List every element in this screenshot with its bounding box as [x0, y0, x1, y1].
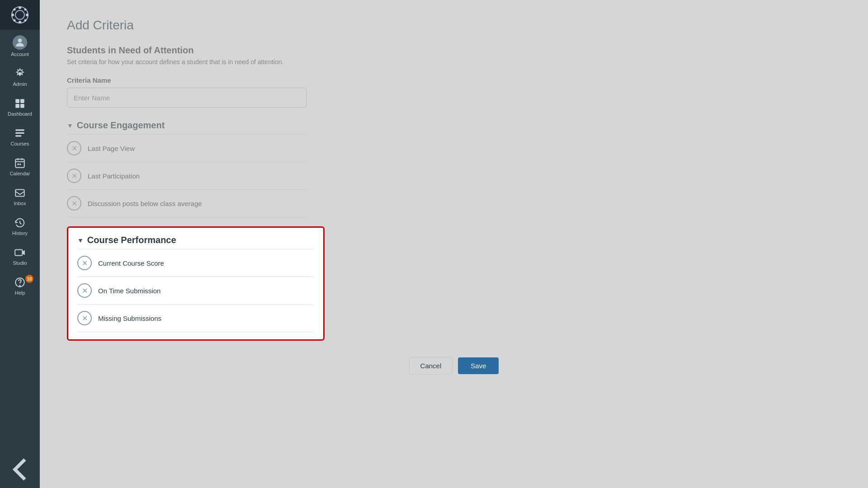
inbox-icon — [14, 187, 26, 199]
course-performance-section: ▼ Course Performance ✕ Current Course Sc… — [67, 226, 325, 341]
svg-point-6 — [14, 9, 16, 11]
action-buttons: Cancel Save — [67, 350, 841, 379]
course-engagement-section: ▼ Course Engagement ✕ Last Page View ✕ L… — [67, 120, 307, 217]
svg-point-10 — [18, 38, 22, 42]
cancel-button[interactable]: Cancel — [409, 357, 453, 375]
criteria-row: ✕ Current Course Score — [77, 249, 314, 277]
sidebar-item-dashboard[interactable]: Dashboard — [0, 92, 40, 122]
section-title: Students in Need of Attention — [67, 45, 841, 56]
criteria-item-label: On Time Submission — [98, 287, 160, 295]
svg-rect-16 — [15, 129, 24, 131]
remove-on-time-submission-button[interactable]: ✕ — [77, 283, 92, 298]
sidebar-item-inbox[interactable]: Inbox — [0, 182, 40, 211]
sidebar-item-label: Courses — [11, 141, 29, 146]
svg-rect-18 — [15, 135, 21, 136]
criteria-item-label: Discussion posts below class average — [88, 200, 202, 207]
criteria-item-label: Current Course Score — [98, 259, 164, 267]
remove-last-participation-button[interactable]: ✕ — [67, 169, 81, 183]
svg-rect-13 — [20, 99, 24, 103]
logo-icon — [11, 6, 29, 24]
sidebar-item-label: History — [12, 230, 28, 236]
criteria-item-label: Last Participation — [88, 172, 140, 180]
remove-last-page-view-button[interactable]: ✕ — [67, 141, 81, 155]
sidebar-item-history[interactable]: History — [0, 211, 40, 241]
collapse-arrow-icon[interactable] — [0, 458, 40, 481]
remove-missing-submissions-button[interactable]: ✕ — [77, 311, 92, 325]
svg-rect-25 — [15, 189, 24, 196]
course-performance-label: Course Performance — [87, 235, 176, 245]
history-icon — [14, 217, 26, 229]
admin-icon — [14, 68, 26, 80]
sidebar-item-label: Inbox — [14, 201, 26, 206]
section-subtitle: Set criteria for how your account define… — [67, 58, 841, 66]
app-logo — [0, 0, 40, 30]
main-content: Add Criteria Students in Need of Attenti… — [40, 0, 868, 488]
svg-rect-17 — [15, 132, 24, 134]
remove-current-course-score-button[interactable]: ✕ — [77, 256, 92, 270]
sidebar-item-label: Help — [15, 290, 25, 296]
studio-icon — [14, 247, 26, 258]
criteria-row: ✕ Last Page View — [67, 135, 307, 162]
page-title: Add Criteria — [67, 18, 841, 33]
criteria-row: ✕ Discussion posts below class average — [67, 190, 307, 217]
criteria-row: ✕ On Time Submission — [77, 277, 314, 305]
criteria-name-input[interactable] — [67, 88, 307, 108]
sidebar-collapse[interactable] — [0, 458, 40, 488]
svg-rect-23 — [18, 164, 19, 165]
svg-point-7 — [24, 9, 27, 11]
sidebar-item-studio[interactable]: Studio — [0, 241, 40, 271]
criteria-item-label: Last Page View — [88, 145, 135, 152]
criteria-name-label: Criteria Name — [67, 76, 841, 84]
criteria-row: ✕ Missing Submissions — [77, 305, 314, 332]
course-engagement-list: ✕ Last Page View ✕ Last Participation ✕ … — [67, 134, 307, 217]
sidebar: Account Admin Dashboard Courses — [0, 0, 40, 488]
sidebar-item-account[interactable]: Account — [0, 30, 40, 62]
svg-rect-24 — [19, 164, 21, 165]
save-button[interactable]: Save — [458, 357, 499, 374]
svg-rect-26 — [15, 250, 22, 256]
sidebar-item-label: Dashboard — [8, 111, 32, 117]
svg-rect-15 — [20, 104, 24, 108]
criteria-item-label: Missing Submissions — [98, 314, 161, 322]
svg-point-1 — [15, 10, 24, 19]
sidebar-item-courses[interactable]: Courses — [0, 122, 40, 152]
sidebar-item-label: Studio — [13, 260, 27, 266]
svg-point-4 — [11, 14, 14, 16]
calendar-icon — [14, 157, 26, 169]
svg-point-8 — [14, 19, 16, 22]
course-engagement-label: Course Engagement — [77, 120, 165, 131]
account-icon — [13, 35, 27, 50]
svg-point-5 — [26, 14, 28, 16]
svg-point-9 — [24, 19, 27, 22]
courses-icon — [14, 127, 26, 139]
svg-point-3 — [19, 21, 21, 23]
course-performance-list: ✕ Current Course Score ✕ On Time Submiss… — [77, 249, 314, 332]
sidebar-item-help[interactable]: 10 Help — [0, 271, 40, 301]
criteria-row: ✕ Last Participation — [67, 162, 307, 190]
chevron-down-icon: ▼ — [77, 237, 84, 244]
sidebar-item-label: Calendar — [10, 171, 30, 176]
svg-rect-14 — [15, 104, 19, 108]
dashboard-icon — [14, 98, 26, 109]
chevron-down-icon: ▼ — [67, 122, 73, 129]
sidebar-item-calendar[interactable]: Calendar — [0, 152, 40, 182]
svg-rect-19 — [15, 159, 24, 167]
svg-point-2 — [19, 6, 21, 9]
help-badge: 10 — [25, 275, 33, 283]
course-engagement-header[interactable]: ▼ Course Engagement — [67, 120, 307, 131]
remove-discussion-posts-button[interactable]: ✕ — [67, 196, 81, 211]
sidebar-item-label: Admin — [13, 81, 27, 87]
sidebar-item-admin[interactable]: Admin — [0, 62, 40, 92]
svg-rect-12 — [15, 99, 19, 103]
sidebar-item-label: Account — [11, 52, 29, 57]
svg-point-29 — [19, 286, 20, 286]
help-icon — [14, 277, 26, 288]
course-performance-header[interactable]: ▼ Course Performance — [77, 235, 314, 245]
